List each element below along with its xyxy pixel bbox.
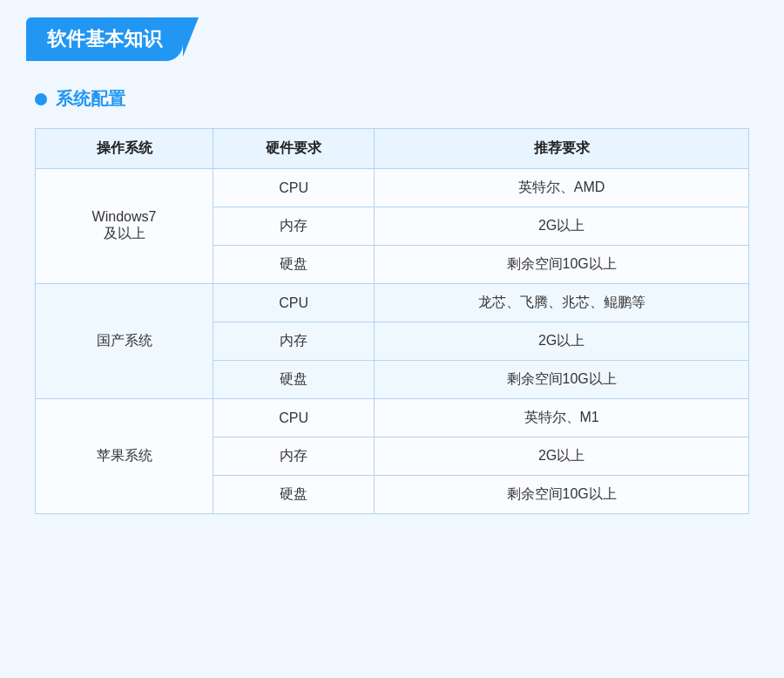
table-row: 苹果系统CPU英特尔、M1 bbox=[36, 399, 749, 437]
bullet-dot bbox=[35, 93, 47, 105]
hw-cell: CPU bbox=[213, 399, 375, 437]
rec-cell: 2G以上 bbox=[375, 437, 749, 476]
rec-cell: 剩余空间10G以上 bbox=[375, 476, 749, 514]
hw-cell: CPU bbox=[213, 169, 375, 207]
title-banner: 软件基本知识 bbox=[26, 17, 183, 61]
col-header-hw: 硬件要求 bbox=[213, 129, 375, 169]
col-header-os: 操作系统 bbox=[36, 129, 213, 169]
hw-cell: 硬盘 bbox=[213, 246, 375, 284]
page-title: 软件基本知识 bbox=[47, 26, 162, 52]
hw-cell: 硬盘 bbox=[213, 476, 375, 514]
hw-cell: 内存 bbox=[213, 207, 375, 246]
os-cell: 国产系统 bbox=[36, 284, 213, 399]
rec-cell: 英特尔、M1 bbox=[375, 399, 749, 437]
section-title: 系统配置 bbox=[56, 87, 125, 111]
os-cell: 苹果系统 bbox=[36, 399, 213, 514]
hw-cell: 内存 bbox=[213, 322, 375, 361]
rec-cell: 2G以上 bbox=[375, 322, 749, 361]
hw-cell: CPU bbox=[213, 284, 375, 322]
table-row: 国产系统CPU龙芯、飞腾、兆芯、鲲鹏等 bbox=[36, 284, 749, 322]
rec-cell: 英特尔、AMD bbox=[375, 169, 749, 207]
table-wrapper: 操作系统 硬件要求 推荐要求 Windows7及以上CPU英特尔、AMD内存2G… bbox=[35, 128, 749, 514]
os-cell: Windows7及以上 bbox=[36, 169, 213, 284]
system-config-table: 操作系统 硬件要求 推荐要求 Windows7及以上CPU英特尔、AMD内存2G… bbox=[35, 128, 749, 514]
hw-cell: 内存 bbox=[213, 437, 375, 476]
hw-cell: 硬盘 bbox=[213, 361, 375, 399]
rec-cell: 龙芯、飞腾、兆芯、鲲鹏等 bbox=[375, 284, 749, 322]
table-header-row: 操作系统 硬件要求 推荐要求 bbox=[36, 129, 749, 169]
rec-cell: 2G以上 bbox=[375, 207, 749, 246]
section-header: 系统配置 bbox=[35, 87, 758, 111]
page-container: 软件基本知识 系统配置 操作系统 硬件要求 推荐要求 Windows7及以上CP… bbox=[26, 17, 758, 514]
rec-cell: 剩余空间10G以上 bbox=[375, 361, 749, 399]
rec-cell: 剩余空间10G以上 bbox=[375, 246, 749, 284]
table-row: Windows7及以上CPU英特尔、AMD bbox=[36, 169, 749, 207]
col-header-rec: 推荐要求 bbox=[375, 129, 749, 169]
